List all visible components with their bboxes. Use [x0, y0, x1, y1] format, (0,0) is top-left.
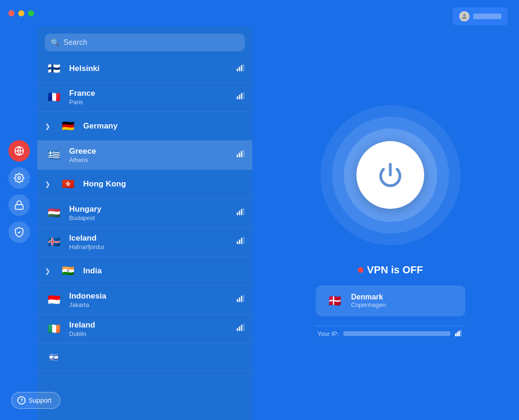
server-city: Dublin: [69, 330, 230, 337]
svg-rect-25: [237, 299, 238, 302]
flag-ireland: 🇮🇪: [45, 320, 63, 338]
server-name: Indonesia: [69, 292, 230, 301]
server-info-indonesia: Indonesia Jakarta: [69, 292, 230, 308]
list-item[interactable]: 🇫🇷 France Paris: [37, 83, 252, 112]
svg-rect-17: [237, 213, 238, 215]
svg-rect-31: [241, 325, 242, 331]
svg-rect-8: [243, 64, 244, 71]
ip-signal-icon: [455, 330, 463, 338]
svg-rect-34: [455, 333, 456, 336]
minimize-button[interactable]: [18, 10, 24, 16]
svg-rect-5: [237, 68, 238, 71]
flag-finland: 🇫🇮: [45, 60, 63, 78]
server-city: Jakarta: [69, 301, 230, 308]
vpn-status: VPN is OFF: [358, 264, 423, 276]
sidebar-item-servers[interactable]: [8, 140, 30, 162]
signal-icon: [236, 92, 245, 102]
signal-icon: [236, 323, 245, 334]
server-info-france: France Paris: [69, 89, 230, 106]
user-account-button[interactable]: [453, 7, 508, 25]
server-name: Greece: [69, 147, 230, 156]
svg-rect-18: [239, 211, 240, 215]
server-info-india: India: [83, 266, 245, 276]
server-name: Germany: [83, 121, 245, 131]
svg-rect-35: [456, 332, 458, 336]
right-panel: VPN is OFF 🇩🇰 Denmark Copenhagen Your IP…: [262, 26, 519, 420]
svg-point-3: [18, 177, 21, 179]
server-name: Ireland: [69, 320, 230, 330]
list-item[interactable]: 🇮🇱: [37, 343, 252, 371]
selected-server-name: Denmark: [351, 293, 386, 301]
list-item[interactable]: 🇬🇷 Greece Athens: [37, 141, 252, 170]
list-item[interactable]: ❯ 🇮🇳 India: [37, 256, 252, 285]
user-avatar: [459, 11, 469, 21]
sidebar-item-blocker[interactable]: [8, 221, 30, 243]
list-item[interactable]: 🇮🇩 Indonesia Jakarta: [37, 285, 252, 314]
list-item[interactable]: 🇭🇺 Hungary Budapest: [37, 199, 252, 228]
svg-rect-27: [241, 296, 242, 302]
server-city: Athens: [69, 157, 230, 164]
svg-rect-20: [243, 208, 244, 215]
selected-server-city: Copenhagen: [351, 301, 386, 308]
svg-point-0: [463, 14, 465, 16]
svg-rect-32: [243, 324, 244, 331]
svg-rect-12: [243, 92, 244, 100]
sidebar-item-security[interactable]: [8, 194, 30, 216]
svg-rect-22: [239, 240, 240, 244]
flag-next: 🇮🇱: [45, 348, 63, 366]
server-name: Helsinki: [69, 64, 230, 73]
selected-server-card[interactable]: 🇩🇰 Denmark Copenhagen: [316, 285, 465, 316]
svg-rect-9: [237, 97, 238, 100]
expand-arrow-icon: ❯: [45, 180, 50, 188]
svg-rect-10: [239, 95, 240, 100]
server-name: Iceland: [69, 234, 230, 243]
server-info-hungary: Hungary Budapest: [69, 205, 230, 221]
signal-icon: [236, 64, 245, 74]
svg-rect-21: [237, 242, 238, 244]
signal-icon: [236, 207, 245, 218]
list-item[interactable]: 🇮🇪 Ireland Dublin: [37, 314, 252, 343]
svg-rect-23: [241, 238, 242, 244]
expand-arrow-icon: ❯: [45, 267, 50, 275]
svg-rect-11: [241, 93, 242, 100]
support-button[interactable]: ? Support: [11, 392, 60, 409]
svg-rect-15: [241, 151, 242, 157]
svg-rect-7: [241, 65, 242, 71]
server-info-greece: Greece Athens: [69, 147, 230, 164]
power-button-container: [320, 105, 461, 245]
vpn-status-label: VPN is OFF: [367, 264, 423, 276]
list-item[interactable]: ❯ 🇩🇪 Germany: [37, 112, 252, 141]
traffic-lights: [8, 10, 34, 16]
flag-hongkong: 🇭🇰: [59, 175, 77, 193]
sidebar-item-settings[interactable]: [8, 167, 30, 189]
sidebar: [8, 140, 30, 243]
search-input[interactable]: [45, 34, 245, 51]
selected-flag: 🇩🇰: [325, 291, 345, 311]
svg-rect-24: [243, 237, 244, 244]
signal-icon: [236, 236, 245, 247]
svg-rect-16: [243, 150, 244, 157]
server-city: Budapest: [69, 214, 230, 221]
list-item[interactable]: 🇫🇮 Helsinki: [37, 55, 252, 83]
list-item[interactable]: ❯ 🇭🇰 Hong Kong: [37, 170, 252, 199]
app-window: 🔍 🇫🇮 Helsinki 🇫🇷 France Paris: [0, 0, 519, 420]
list-item[interactable]: 🇮🇸 Iceland Hafnarfjordur: [37, 228, 252, 256]
server-info-germany: Germany: [83, 121, 245, 131]
maximize-button[interactable]: [28, 10, 34, 16]
support-icon: ?: [17, 396, 26, 405]
ip-label: Your IP:: [318, 330, 339, 337]
signal-icon: [236, 294, 245, 305]
close-button[interactable]: [8, 10, 14, 16]
flag-greece: 🇬🇷: [45, 146, 63, 164]
server-info-hongkong: Hong Kong: [83, 179, 245, 189]
search-wrapper: 🔍: [45, 34, 245, 51]
ip-bar: Your IP:: [316, 326, 465, 342]
server-city: Hafnarfjordur: [69, 243, 230, 250]
svg-rect-28: [243, 295, 244, 302]
power-toggle-button[interactable]: [356, 141, 424, 209]
ip-address-blurred: [343, 331, 450, 336]
server-panel: 🔍 🇫🇮 Helsinki 🇫🇷 France Paris: [37, 26, 252, 420]
server-info-ireland: Ireland Dublin: [69, 320, 230, 337]
search-icon: 🔍: [50, 38, 60, 47]
search-container: 🔍: [37, 26, 252, 55]
